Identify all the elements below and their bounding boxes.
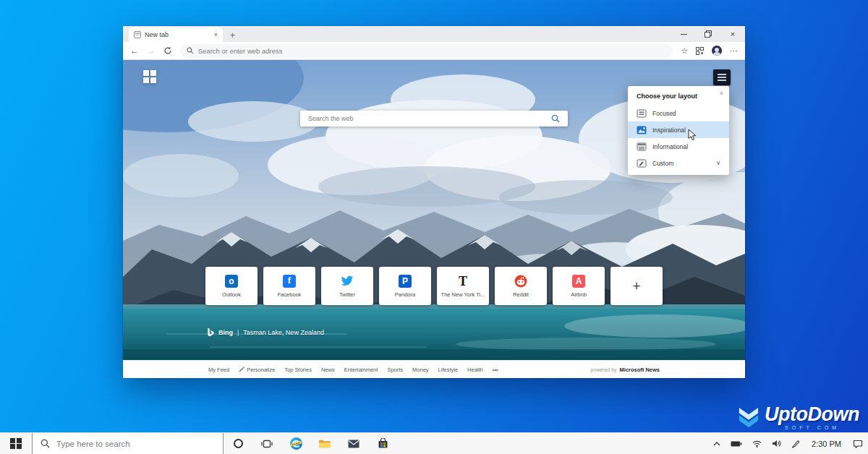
browser-window: New tab × + × ← → <box>123 26 745 378</box>
watermark-subtitle: SOFT.COM <box>765 425 859 430</box>
feed-item-money[interactable]: Money <box>412 367 429 373</box>
powered-by: powered by Microsoft News <box>590 367 660 373</box>
layout-panel-close-icon[interactable]: × <box>720 90 723 97</box>
quick-links-row: o Outlook f Facebook Twitter P <box>205 267 663 305</box>
feed-item-my-feed[interactable]: My Feed <box>208 367 229 373</box>
network-indicator[interactable] <box>747 433 767 454</box>
minimize-icon <box>681 34 687 35</box>
layout-option-focused[interactable]: Focused <box>628 105 729 121</box>
url-field-container <box>180 44 673 58</box>
layout-panel-title: Choose your layout <box>628 92 729 105</box>
desktop: New tab × + × ← → <box>0 0 868 454</box>
outlook-icon: o <box>225 274 239 288</box>
uptodown-logo-icon <box>736 407 761 429</box>
taskbar-search-input[interactable] <box>56 440 215 448</box>
feed-more-icon[interactable]: ••• <box>493 367 498 373</box>
feed-item-lifestyle[interactable]: Lifestyle <box>438 367 459 373</box>
store-icon <box>378 438 388 449</box>
add-tile-button[interactable]: + <box>610 267 663 305</box>
tile-nytimes[interactable]: T The New York Ti... <box>437 267 489 305</box>
web-search-icon[interactable] <box>551 114 560 123</box>
system-tray: 2:30 PM <box>708 433 868 454</box>
refresh-button[interactable] <box>163 46 172 55</box>
bing-logo-icon <box>206 327 214 338</box>
taskbar-search-box <box>32 433 224 454</box>
close-icon: × <box>731 30 735 38</box>
back-button[interactable]: ← <box>130 46 139 55</box>
minimize-button[interactable] <box>671 26 696 42</box>
attribution-source: Bing <box>218 329 233 336</box>
store-button[interactable] <box>368 433 397 454</box>
restore-button[interactable] <box>696 26 720 42</box>
informational-layout-icon <box>637 142 647 151</box>
volume-indicator[interactable] <box>767 433 786 454</box>
taskbar-clock[interactable]: 2:30 PM <box>805 440 848 448</box>
speaker-icon <box>772 440 781 447</box>
feed-item-news[interactable]: News <box>321 367 335 373</box>
close-button[interactable]: × <box>720 26 745 42</box>
inspirational-layout-icon <box>637 126 647 134</box>
nytimes-icon: T <box>456 274 470 288</box>
restore-icon <box>705 30 712 38</box>
profile-avatar[interactable] <box>712 46 722 56</box>
layout-option-label: Custom <box>652 160 673 167</box>
cortana-button[interactable] <box>224 433 252 454</box>
custom-layout-icon <box>637 159 647 168</box>
tile-facebook[interactable]: f Facebook <box>263 267 315 305</box>
feed-item-top-stories[interactable]: Top Stories <box>284 367 312 373</box>
collections-icon[interactable] <box>696 47 704 55</box>
tray-expand-button[interactable] <box>708 433 726 454</box>
apps-grid-icon[interactable] <box>143 70 156 83</box>
action-center-button[interactable] <box>848 433 868 454</box>
battery-indicator[interactable] <box>726 433 747 454</box>
pencil-icon <box>239 367 244 372</box>
chevron-up-icon <box>713 442 720 446</box>
favorites-star-icon[interactable]: ☆ <box>681 47 688 55</box>
chevron-down-icon[interactable]: ∨ <box>716 160 720 166</box>
feed-item-sports[interactable]: Sports <box>387 367 403 373</box>
forward-button[interactable]: → <box>147 46 156 55</box>
attribution-caption: Tasman Lake, New Zealand <box>243 329 324 336</box>
mail-icon <box>348 440 359 448</box>
feed-item-personalize[interactable]: Personalize <box>239 367 275 373</box>
tile-outlook[interactable]: o Outlook <box>205 267 258 305</box>
windows-logo-icon <box>10 438 22 450</box>
tab-title: New tab <box>145 31 210 38</box>
layout-option-informational[interactable]: Informational <box>628 138 729 155</box>
image-attribution: Bing | Tasman Lake, New Zealand <box>206 327 324 338</box>
feed-item-health[interactable]: Health <box>467 367 483 373</box>
taskbar: 2:30 PM <box>0 432 868 454</box>
layout-option-label: Inspirational <box>652 127 686 134</box>
layout-option-label: Focused <box>652 110 676 117</box>
start-button[interactable] <box>0 433 32 454</box>
tile-pandora[interactable]: P Pandora <box>379 267 431 305</box>
window-controls: × <box>671 26 745 42</box>
tile-twitter[interactable]: Twitter <box>321 267 373 305</box>
add-tile-plus-icon: + <box>632 279 640 293</box>
uptodown-watermark: UptoDown SOFT.COM <box>736 406 859 430</box>
tab-close-icon[interactable]: × <box>214 31 218 38</box>
facebook-icon: f <box>283 274 297 288</box>
feed-item-entertainment[interactable]: Entertainment <box>344 367 378 373</box>
tile-reddit[interactable]: Reddit <box>495 267 547 305</box>
task-view-icon <box>261 439 273 449</box>
url-input[interactable] <box>198 47 666 55</box>
mail-button[interactable] <box>339 433 368 454</box>
file-explorer-icon <box>318 439 331 449</box>
pen-indicator[interactable] <box>786 433 805 454</box>
layout-option-inspirational[interactable]: Inspirational <box>628 121 729 138</box>
browser-menu-icon[interactable]: ⋯ <box>730 47 738 55</box>
tile-airbnb[interactable]: A Airbnb <box>553 267 605 305</box>
attribution-divider: | <box>237 329 239 336</box>
edge-taskbar-button[interactable] <box>281 433 310 454</box>
tab-new-tab[interactable]: New tab × <box>129 27 223 42</box>
file-explorer-button[interactable] <box>310 433 339 454</box>
task-view-button[interactable] <box>252 433 281 454</box>
airbnb-icon: A <box>572 274 586 288</box>
reddit-icon <box>514 274 528 288</box>
page-settings-button[interactable] <box>713 69 731 85</box>
taskbar-search-icon <box>41 439 50 448</box>
web-search-input[interactable] <box>308 115 545 122</box>
new-tab-button[interactable]: + <box>230 31 235 40</box>
layout-option-custom[interactable]: Custom ∨ <box>628 155 729 171</box>
